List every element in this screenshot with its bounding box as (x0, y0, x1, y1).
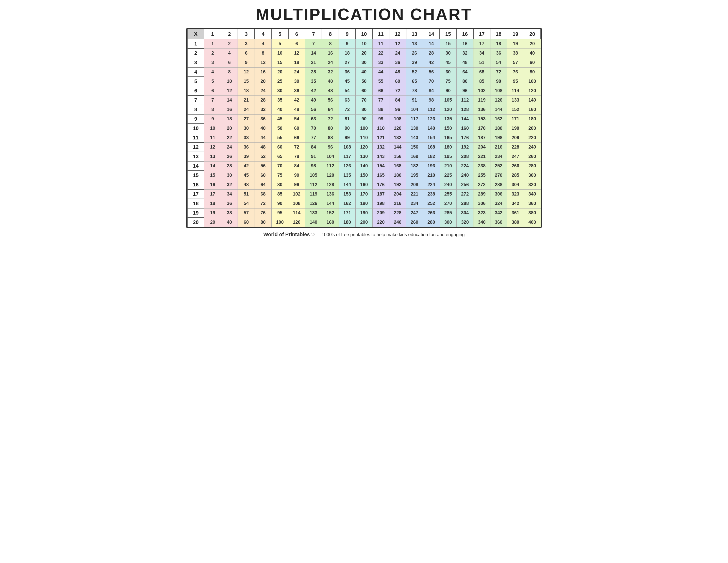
cell-1-18: 18 (490, 39, 507, 48)
cell-8-8: 64 (322, 105, 339, 114)
cell-13-11: 143 (372, 152, 389, 161)
cell-4-4: 16 (255, 67, 271, 77)
footer-heart: ♡ (311, 232, 315, 237)
header-col-14: 14 (423, 29, 440, 39)
cell-19-2: 38 (221, 208, 238, 218)
cell-8-18: 144 (490, 105, 507, 114)
cell-10-4: 40 (255, 124, 271, 133)
cell-19-16: 304 (457, 208, 473, 218)
cell-7-16: 112 (457, 95, 473, 105)
cell-13-13: 169 (406, 152, 423, 161)
cell-16-19: 304 (507, 180, 524, 189)
cell-17-9: 153 (339, 189, 356, 199)
cell-19-12: 228 (389, 208, 406, 218)
row-label-1: 1 (187, 39, 204, 48)
cell-13-18: 234 (490, 152, 507, 161)
cell-8-10: 80 (356, 105, 372, 114)
cell-14-18: 252 (490, 161, 507, 171)
cell-14-20: 280 (524, 161, 541, 171)
cell-12-17: 204 (473, 142, 490, 152)
cell-20-13: 260 (406, 218, 423, 227)
cell-9-4: 36 (255, 114, 271, 124)
cell-11-5: 55 (271, 133, 288, 142)
cell-5-4: 20 (255, 77, 271, 86)
cell-16-8: 128 (322, 180, 339, 189)
cell-13-14: 182 (423, 152, 440, 161)
cell-3-16: 48 (457, 58, 473, 67)
cell-14-3: 42 (238, 161, 255, 171)
table-row: 11234567891011121314151617181920 (187, 39, 541, 48)
cell-3-15: 45 (440, 58, 456, 67)
cell-10-10: 100 (356, 124, 372, 133)
cell-17-12: 204 (389, 189, 406, 199)
row-label-14: 14 (187, 161, 204, 171)
cell-17-14: 238 (423, 189, 440, 199)
cell-2-1: 2 (204, 48, 221, 58)
cell-9-7: 63 (305, 114, 322, 124)
cell-14-16: 224 (457, 161, 473, 171)
cell-1-13: 13 (406, 39, 423, 48)
cell-18-2: 36 (221, 199, 238, 208)
cell-16-4: 64 (255, 180, 271, 189)
cell-3-19: 57 (507, 58, 524, 67)
cell-20-10: 200 (356, 218, 372, 227)
cell-10-5: 50 (271, 124, 288, 133)
cell-5-14: 70 (423, 77, 440, 86)
cell-17-20: 340 (524, 189, 541, 199)
cell-17-6: 102 (288, 189, 305, 199)
cell-9-5: 45 (271, 114, 288, 124)
cell-9-13: 117 (406, 114, 423, 124)
row-label-4: 4 (187, 67, 204, 77)
cell-9-8: 72 (322, 114, 339, 124)
cell-11-18: 198 (490, 133, 507, 142)
cell-15-12: 180 (389, 171, 406, 180)
cell-11-15: 165 (440, 133, 456, 142)
cell-20-12: 240 (389, 218, 406, 227)
cell-16-5: 80 (271, 180, 288, 189)
cell-19-11: 209 (372, 208, 389, 218)
cell-13-3: 39 (238, 152, 255, 161)
cell-4-6: 24 (288, 67, 305, 77)
cell-8-14: 112 (423, 105, 440, 114)
cell-10-6: 60 (288, 124, 305, 133)
table-row: 1717345168851021191361531701872042212382… (187, 189, 541, 199)
cell-7-9: 63 (339, 95, 356, 105)
cell-4-18: 72 (490, 67, 507, 77)
row-label-11: 11 (187, 133, 204, 142)
cell-14-5: 70 (271, 161, 288, 171)
cell-11-19: 209 (507, 133, 524, 142)
cell-1-2: 2 (221, 39, 238, 48)
cell-14-19: 266 (507, 161, 524, 171)
cell-6-12: 72 (389, 86, 406, 95)
cell-14-15: 210 (440, 161, 456, 171)
multiplication-table: X123456789101112131415161718192011234567… (187, 29, 541, 227)
cell-17-5: 85 (271, 189, 288, 199)
header-col-4: 4 (255, 29, 271, 39)
cell-8-1: 8 (204, 105, 221, 114)
cell-20-3: 60 (238, 218, 255, 227)
cell-16-12: 192 (389, 180, 406, 189)
cell-19-13: 247 (406, 208, 423, 218)
cell-14-4: 56 (255, 161, 271, 171)
cell-1-19: 19 (507, 39, 524, 48)
cell-1-11: 11 (372, 39, 389, 48)
cell-3-1: 3 (204, 58, 221, 67)
cell-16-18: 288 (490, 180, 507, 189)
header-col-5: 5 (271, 29, 288, 39)
table-row: 1313263952657891104117130143156169182195… (187, 152, 541, 161)
cell-19-14: 266 (423, 208, 440, 218)
cell-8-5: 40 (271, 105, 288, 114)
header-col-12: 12 (389, 29, 406, 39)
cell-16-13: 208 (406, 180, 423, 189)
row-label-5: 5 (187, 77, 204, 86)
cell-3-9: 27 (339, 58, 356, 67)
cell-9-2: 18 (221, 114, 238, 124)
cell-8-3: 24 (238, 105, 255, 114)
cell-4-16: 64 (457, 67, 473, 77)
table-row: 2020406080100120140160180200220240260280… (187, 218, 541, 227)
cell-3-12: 36 (389, 58, 406, 67)
cell-14-17: 238 (473, 161, 490, 171)
cell-19-9: 171 (339, 208, 356, 218)
cell-1-15: 15 (440, 39, 456, 48)
cell-11-3: 33 (238, 133, 255, 142)
